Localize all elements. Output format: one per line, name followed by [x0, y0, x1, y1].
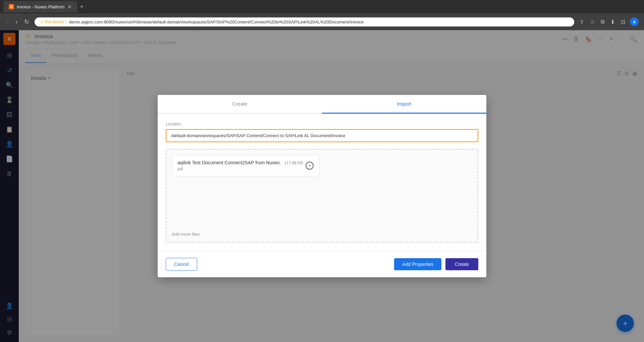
refresh-button[interactable]: ↻	[23, 17, 31, 27]
file-name: aqilink Test Document Connect2SAP from N…	[177, 160, 303, 165]
bookmark-icon[interactable]: ☆	[589, 17, 596, 26]
download-icon[interactable]: ⬇	[609, 17, 616, 26]
address-bar[interactable]: ⚠ Not secure | demo.aqipro.com:8080/nuxe…	[35, 17, 574, 26]
location-input[interactable]	[166, 129, 478, 142]
file-remove-button[interactable]: ×	[306, 162, 314, 170]
location-label: Location	[166, 122, 478, 126]
address-text: demo.aqipro.com:8080/nuxeo/ui/#!/browse/…	[69, 19, 364, 24]
file-type: pdf	[177, 167, 303, 171]
modal-tabs: Create Import	[158, 95, 486, 114]
import-modal: Create Import Location aqi	[158, 95, 486, 277]
location-section: Location	[166, 122, 478, 142]
active-tab[interactable]: N Invoice - Nuxeo Platform ✕	[3, 1, 77, 12]
nav-actions: ⇧ ☆ ⧉ ⬇ ⊡ a	[578, 17, 639, 26]
tab-favicon: N	[9, 4, 14, 9]
file-drop-zone[interactable]: aqilink Test Document Connect2SAP from N…	[166, 149, 478, 243]
file-size: 117.88 KB	[284, 161, 303, 165]
forward-button[interactable]: ›	[14, 17, 19, 27]
extensions-icon[interactable]: ⧉	[599, 17, 606, 26]
modal-overlay: Create Import Location aqi	[0, 30, 644, 342]
modal-body: Location aqilink Test Document Connect2S…	[158, 114, 486, 251]
location-input-wrapper	[166, 129, 478, 142]
add-more-files-button[interactable]: Add more files	[172, 232, 200, 237]
nav-bar: ‹ › ↻ ⚠ Not secure | demo.aqipro.com:808…	[0, 13, 644, 30]
file-info: aqilink Test Document Connect2SAP from N…	[177, 160, 303, 171]
add-properties-button[interactable]: Add Properties	[394, 258, 441, 270]
file-card: aqilink Test Document Connect2SAP from N…	[172, 155, 319, 176]
create-button[interactable]: Create	[445, 258, 478, 270]
tab-close-button[interactable]: ✕	[67, 4, 72, 10]
footer-right-actions: Add Properties Create	[394, 258, 478, 270]
security-warning: ⚠ Not secure |	[40, 19, 66, 24]
modal-tab-create[interactable]: Create	[158, 95, 322, 114]
share-icon[interactable]: ⇧	[578, 17, 585, 26]
cancel-button[interactable]: Cancel	[166, 258, 197, 271]
browser-chrome: N Invoice - Nuxeo Platform ✕ + ‹ › ↻ ⚠ N…	[0, 0, 644, 30]
profile-icon[interactable]: ⊡	[620, 17, 627, 26]
back-button[interactable]: ‹	[5, 17, 10, 27]
user-avatar[interactable]: a	[630, 17, 639, 26]
new-tab-button[interactable]: +	[80, 3, 84, 11]
modal-footer: Cancel Add Properties Create	[158, 251, 486, 277]
tab-bar: N Invoice - Nuxeo Platform ✕ +	[0, 0, 644, 13]
tab-title: Invoice - Nuxeo Platform	[17, 4, 64, 9]
modal-tab-import[interactable]: Import	[322, 95, 486, 114]
